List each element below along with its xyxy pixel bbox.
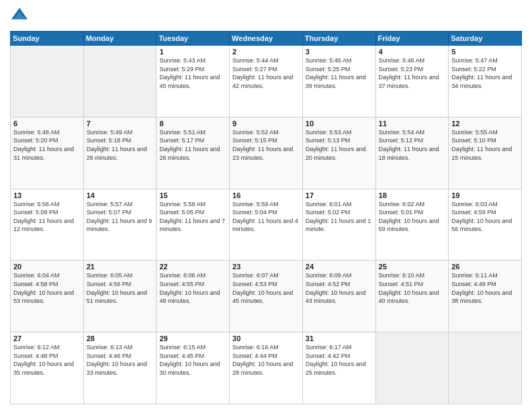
calendar-cell: 30Sunrise: 6:16 AMSunset: 4:44 PMDayligh…: [230, 332, 303, 404]
day-number: 18: [379, 191, 446, 199]
calendar-cell: 29Sunrise: 6:15 AMSunset: 4:45 PMDayligh…: [157, 332, 230, 404]
day-info: Sunrise: 5:48 AMSunset: 5:20 PMDaylight:…: [13, 128, 81, 162]
day-info: Sunrise: 6:11 AMSunset: 4:49 PMDaylight:…: [451, 271, 519, 305]
day-number: 5: [451, 48, 519, 56]
day-info: Sunrise: 5:59 AMSunset: 5:04 PMDaylight:…: [232, 200, 300, 234]
day-number: 17: [306, 191, 373, 199]
day-number: 20: [13, 263, 81, 271]
day-number: 29: [159, 334, 226, 342]
day-info: Sunrise: 6:12 AMSunset: 4:48 PMDaylight:…: [13, 343, 81, 377]
calendar-week-row: 20Sunrise: 6:04 AMSunset: 4:58 PMDayligh…: [11, 261, 522, 332]
calendar-cell: 14Sunrise: 5:57 AMSunset: 5:07 PMDayligh…: [83, 189, 157, 261]
calendar-cell: 16Sunrise: 5:59 AMSunset: 5:04 PMDayligh…: [230, 189, 303, 261]
weekday-header: Tuesday: [157, 32, 230, 46]
day-info: Sunrise: 6:09 AMSunset: 4:52 PMDaylight:…: [306, 271, 373, 305]
weekday-header: Wednesday: [230, 32, 303, 46]
day-number: 6: [13, 120, 81, 128]
calendar-cell: 6Sunrise: 5:48 AMSunset: 5:20 PMDaylight…: [11, 117, 84, 189]
day-number: 24: [306, 263, 373, 271]
day-info: Sunrise: 5:43 AMSunset: 5:29 PMDaylight:…: [159, 56, 226, 90]
day-number: 23: [232, 263, 300, 271]
day-info: Sunrise: 6:03 AMSunset: 4:59 PMDaylight:…: [451, 200, 519, 234]
day-number: 1: [159, 48, 226, 56]
calendar-cell: 28Sunrise: 6:13 AMSunset: 4:46 PMDayligh…: [83, 332, 157, 404]
calendar-cell: [83, 46, 157, 118]
day-number: 11: [379, 120, 446, 128]
calendar-cell: [449, 332, 522, 404]
day-info: Sunrise: 6:10 AMSunset: 4:51 PMDaylight:…: [379, 271, 446, 305]
calendar-week-row: 27Sunrise: 6:12 AMSunset: 4:48 PMDayligh…: [11, 332, 522, 404]
day-number: 30: [232, 334, 300, 342]
calendar-cell: 20Sunrise: 6:04 AMSunset: 4:58 PMDayligh…: [11, 261, 84, 332]
calendar-cell: 13Sunrise: 5:56 AMSunset: 5:09 PMDayligh…: [11, 189, 84, 261]
day-info: Sunrise: 6:04 AMSunset: 4:58 PMDaylight:…: [13, 271, 81, 305]
weekday-header: Sunday: [11, 32, 84, 46]
day-info: Sunrise: 5:58 AMSunset: 5:05 PMDaylight:…: [159, 200, 226, 234]
day-info: Sunrise: 6:01 AMSunset: 5:02 PMDaylight:…: [306, 200, 373, 234]
calendar-cell: 3Sunrise: 5:45 AMSunset: 5:25 PMDaylight…: [302, 46, 375, 118]
logo-icon: [10, 7, 29, 26]
calendar-cell: 21Sunrise: 6:05 AMSunset: 4:56 PMDayligh…: [83, 261, 157, 332]
calendar-cell: 7Sunrise: 5:49 AMSunset: 5:18 PMDaylight…: [83, 117, 157, 189]
day-info: Sunrise: 5:44 AMSunset: 5:27 PMDaylight:…: [232, 56, 300, 90]
day-info: Sunrise: 5:46 AMSunset: 5:23 PMDaylight:…: [379, 56, 446, 90]
day-info: Sunrise: 6:06 AMSunset: 4:55 PMDaylight:…: [159, 271, 226, 305]
day-info: Sunrise: 5:54 AMSunset: 5:12 PMDaylight:…: [379, 128, 446, 162]
calendar-cell: 18Sunrise: 6:02 AMSunset: 5:01 PMDayligh…: [375, 189, 449, 261]
calendar-cell: 12Sunrise: 5:55 AMSunset: 5:10 PMDayligh…: [449, 117, 522, 189]
day-info: Sunrise: 6:15 AMSunset: 4:45 PMDaylight:…: [159, 343, 226, 377]
calendar-cell: 23Sunrise: 6:07 AMSunset: 4:53 PMDayligh…: [230, 261, 303, 332]
calendar-cell: 11Sunrise: 5:54 AMSunset: 5:12 PMDayligh…: [375, 117, 449, 189]
calendar-cell: 25Sunrise: 6:10 AMSunset: 4:51 PMDayligh…: [375, 261, 449, 332]
day-number: 12: [451, 120, 519, 128]
day-info: Sunrise: 6:07 AMSunset: 4:53 PMDaylight:…: [232, 271, 300, 305]
calendar-cell: 31Sunrise: 6:17 AMSunset: 4:42 PMDayligh…: [302, 332, 375, 404]
day-info: Sunrise: 6:17 AMSunset: 4:42 PMDaylight:…: [306, 343, 373, 377]
day-info: Sunrise: 5:49 AMSunset: 5:18 PMDaylight:…: [87, 128, 154, 162]
day-number: 15: [159, 191, 226, 199]
calendar-table: SundayMondayTuesdayWednesdayThursdayFrid…: [10, 31, 522, 404]
day-number: 26: [451, 263, 519, 271]
calendar-cell: 27Sunrise: 6:12 AMSunset: 4:48 PMDayligh…: [11, 332, 84, 404]
day-number: 13: [13, 191, 81, 199]
day-info: Sunrise: 5:55 AMSunset: 5:10 PMDaylight:…: [451, 128, 519, 162]
day-number: 28: [87, 334, 154, 342]
day-number: 19: [451, 191, 519, 199]
header: [10, 7, 522, 26]
day-info: Sunrise: 5:47 AMSunset: 5:22 PMDaylight:…: [451, 56, 519, 90]
day-info: Sunrise: 6:05 AMSunset: 4:56 PMDaylight:…: [87, 271, 154, 305]
day-number: 25: [379, 263, 446, 271]
day-number: 31: [306, 334, 373, 342]
day-number: 21: [87, 263, 154, 271]
day-number: 2: [232, 48, 300, 56]
day-info: Sunrise: 5:52 AMSunset: 5:15 PMDaylight:…: [232, 128, 300, 162]
weekday-header: Monday: [83, 32, 157, 46]
calendar-cell: 5Sunrise: 5:47 AMSunset: 5:22 PMDaylight…: [449, 46, 522, 118]
calendar-cell: 1Sunrise: 5:43 AMSunset: 5:29 PMDaylight…: [157, 46, 230, 118]
page: SundayMondayTuesdayWednesdayThursdayFrid…: [0, 0, 532, 411]
weekday-header: Thursday: [302, 32, 375, 46]
calendar-header-row: SundayMondayTuesdayWednesdayThursdayFrid…: [11, 32, 522, 46]
day-info: Sunrise: 6:16 AMSunset: 4:44 PMDaylight:…: [232, 343, 300, 377]
calendar-cell: 24Sunrise: 6:09 AMSunset: 4:52 PMDayligh…: [302, 261, 375, 332]
day-number: 4: [379, 48, 446, 56]
calendar-cell: 17Sunrise: 6:01 AMSunset: 5:02 PMDayligh…: [302, 189, 375, 261]
day-number: 7: [87, 120, 154, 128]
day-info: Sunrise: 5:53 AMSunset: 5:13 PMDaylight:…: [306, 128, 373, 162]
weekday-header: Friday: [375, 32, 449, 46]
day-info: Sunrise: 5:51 AMSunset: 5:17 PMDaylight:…: [159, 128, 226, 162]
day-number: 9: [232, 120, 300, 128]
calendar-cell: [375, 332, 449, 404]
day-number: 16: [232, 191, 300, 199]
calendar-cell: 8Sunrise: 5:51 AMSunset: 5:17 PMDaylight…: [157, 117, 230, 189]
day-number: 14: [87, 191, 154, 199]
calendar-cell: 15Sunrise: 5:58 AMSunset: 5:05 PMDayligh…: [157, 189, 230, 261]
day-number: 3: [306, 48, 373, 56]
calendar-cell: 4Sunrise: 5:46 AMSunset: 5:23 PMDaylight…: [375, 46, 449, 118]
calendar-cell: [11, 46, 84, 118]
calendar-week-row: 1Sunrise: 5:43 AMSunset: 5:29 PMDaylight…: [11, 46, 522, 118]
day-info: Sunrise: 6:13 AMSunset: 4:46 PMDaylight:…: [87, 343, 154, 377]
day-info: Sunrise: 5:57 AMSunset: 5:07 PMDaylight:…: [87, 200, 154, 234]
calendar-week-row: 13Sunrise: 5:56 AMSunset: 5:09 PMDayligh…: [11, 189, 522, 261]
day-number: 27: [13, 334, 81, 342]
